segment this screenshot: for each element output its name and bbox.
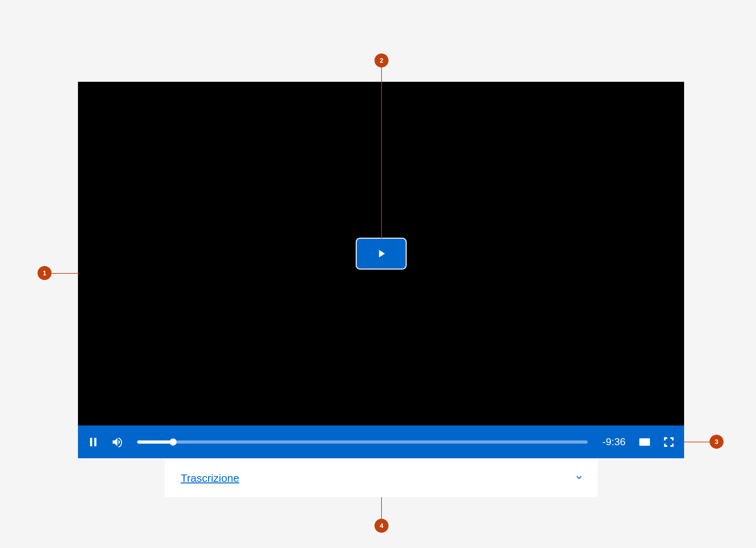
fullscreen-icon (662, 436, 675, 448)
annotation-line (381, 66, 382, 241)
annotation-badge-1: 1 (38, 266, 52, 280)
play-overlay-button[interactable] (356, 238, 407, 270)
page-canvas: -9:36 Trascrizione 1 2 3 4 (0, 0, 756, 548)
fullscreen-button[interactable] (661, 434, 676, 450)
volume-icon (111, 436, 124, 448)
annotation-badge-4: 4 (375, 519, 389, 533)
progress-fill (137, 440, 173, 444)
transcription-label: Trascrizione (181, 472, 239, 484)
annotation-badge-3: 3 (710, 435, 724, 449)
annotation-badge-2: 2 (375, 53, 389, 67)
captions-button[interactable] (637, 434, 652, 450)
play-icon (375, 247, 388, 260)
annotation-line (50, 273, 79, 274)
pause-button[interactable] (86, 434, 101, 450)
video-control-bar: -9:36 (78, 425, 684, 458)
chevron-down-icon (575, 473, 584, 483)
annotation-line (381, 497, 382, 520)
progress-bar[interactable] (137, 439, 588, 445)
time-remaining: -9:36 (600, 436, 628, 448)
progress-thumb[interactable] (170, 439, 177, 446)
annotation-line (684, 442, 711, 442)
volume-button[interactable] (110, 434, 125, 450)
pause-icon (87, 436, 100, 448)
captions-icon (638, 436, 651, 448)
progress-track (137, 440, 588, 444)
transcription-accordion[interactable]: Trascrizione (165, 459, 598, 497)
